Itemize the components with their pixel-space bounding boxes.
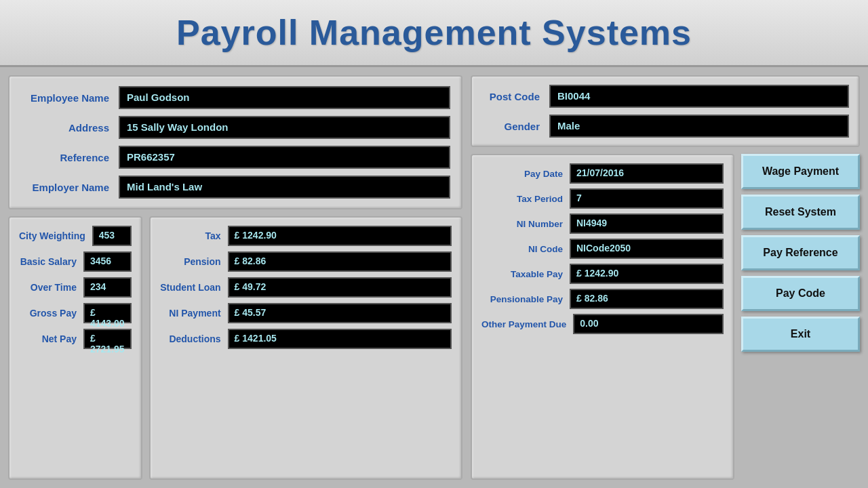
ni-code-row: NI Code NICode2050	[481, 239, 724, 259]
tax-period-row: Tax Period 7	[481, 188, 724, 209]
taxable-pay-input[interactable]: £ 1242.90	[570, 264, 724, 284]
pay-date-label: Pay Date	[481, 169, 570, 179]
pension-row: Pension £ 82.86	[160, 251, 452, 272]
basic-salary-row: Basic Salary 3456	[19, 251, 132, 272]
pay-reference-button[interactable]: Pay Reference	[741, 235, 860, 270]
left-panel: Employee Name Paul Godson Address 15 Sal…	[8, 75, 462, 480]
ni-payment-label: NI Payment	[160, 308, 228, 319]
employer-label: Employer Name	[20, 182, 119, 193]
pensionable-pay-row: Pensionable Pay £ 82.86	[481, 289, 724, 309]
student-loan-row: Student Loan £ 49.72	[160, 277, 452, 298]
pay-date-input[interactable]: 21/07/2016	[570, 163, 724, 184]
gross-pay-row: Gross Pay £ 4143.00	[19, 303, 132, 323]
page-title: Payroll Management Systems	[14, 12, 854, 53]
pension-label: Pension	[160, 256, 228, 267]
other-payment-label: Other Payment Due	[481, 319, 573, 329]
employee-info-box: Employee Name Paul Godson Address 15 Sal…	[8, 75, 462, 209]
postcode-label: Post Code	[481, 91, 549, 102]
reference-label: Reference	[20, 152, 119, 163]
tax-period-label: Tax Period	[481, 194, 570, 204]
app-container: Payroll Management Systems Employee Name…	[0, 0, 868, 488]
net-pay-row: Net Pay £ 2721.95	[19, 329, 132, 349]
ni-code-label: NI Code	[481, 244, 570, 254]
gender-input[interactable]: Male	[549, 115, 849, 138]
header: Payroll Management Systems	[0, 0, 868, 67]
exit-button[interactable]: Exit	[741, 317, 860, 352]
net-pay-input[interactable]: £ 2721.95	[83, 329, 132, 349]
deductions-total-label: Deductions	[160, 333, 228, 344]
over-time-input[interactable]: 234	[83, 277, 132, 298]
student-loan-label: Student Loan	[160, 282, 228, 293]
address-label: Address	[20, 122, 119, 134]
pay-code-button[interactable]: Pay Code	[741, 276, 860, 311]
ni-number-row: NI Number NI4949	[481, 214, 724, 234]
right-panel: Post Code BI0044 Gender Male Pay Date 21…	[471, 75, 860, 480]
basic-salary-label: Basic Salary	[19, 256, 83, 267]
ni-payment-input[interactable]: £ 45.57	[228, 303, 452, 323]
over-time-label: Over Time	[19, 282, 83, 293]
taxable-pay-row: Taxable Pay £ 1242.90	[481, 264, 724, 284]
gross-pay-input[interactable]: £ 4143.00	[83, 303, 132, 323]
main-content: Employee Name Paul Godson Address 15 Sal…	[0, 67, 868, 488]
bottom-left: City Weighting 453 Basic Salary 3456 Ove…	[8, 216, 462, 480]
pensionable-pay-input[interactable]: £ 82.86	[570, 289, 724, 309]
gender-row: Gender Male	[481, 115, 849, 138]
reference-input[interactable]: PR662357	[119, 146, 450, 169]
over-time-row: Over Time 234	[19, 277, 132, 298]
wage-payment-button[interactable]: Wage Payment	[741, 154, 860, 189]
pay-date-row: Pay Date 21/07/2016	[481, 163, 724, 184]
address-input[interactable]: 15 Sally Way London	[119, 116, 450, 139]
pension-input[interactable]: £ 82.86	[228, 251, 452, 272]
tax-input[interactable]: £ 1242.90	[228, 226, 452, 246]
employee-name-row: Employee Name Paul Godson	[20, 86, 450, 109]
postcode-input[interactable]: BI0044	[549, 85, 849, 108]
city-weighting-input[interactable]: 453	[92, 226, 132, 246]
student-loan-input[interactable]: £ 49.72	[228, 277, 452, 298]
deductions-total-input[interactable]: £ 1421.05	[228, 329, 452, 349]
net-pay-label: Net Pay	[19, 333, 83, 344]
ni-payment-row: NI Payment £ 45.57	[160, 303, 452, 323]
pay-info-box: Pay Date 21/07/2016 Tax Period 7 NI Numb…	[471, 154, 734, 480]
other-payment-row: Other Payment Due 0.00	[481, 314, 724, 334]
city-weighting-label: City Weighting	[19, 230, 92, 241]
deductions-total-row: Deductions £ 1421.05	[160, 329, 452, 349]
employer-row: Employer Name Mid Land's Law	[20, 176, 450, 199]
taxable-pay-label: Taxable Pay	[481, 269, 570, 279]
postcode-row: Post Code BI0044	[481, 85, 849, 108]
tax-label: Tax	[160, 230, 228, 241]
salary-box: City Weighting 453 Basic Salary 3456 Ove…	[8, 216, 142, 480]
ni-number-label: NI Number	[481, 219, 570, 229]
buttons-col: Wage Payment Reset System Pay Reference …	[741, 154, 860, 480]
employer-input[interactable]: Mid Land's Law	[119, 176, 450, 199]
employee-name-input[interactable]: Paul Godson	[119, 86, 450, 109]
reference-row: Reference PR662357	[20, 146, 450, 169]
gender-label: Gender	[481, 121, 549, 132]
reset-system-button[interactable]: Reset System	[741, 195, 860, 230]
other-payment-input[interactable]: 0.00	[573, 314, 724, 334]
ni-code-input[interactable]: NICode2050	[570, 239, 724, 259]
deductions-box: Tax £ 1242.90 Pension £ 82.86 Student Lo…	[149, 216, 462, 480]
ni-number-input[interactable]: NI4949	[570, 214, 724, 234]
city-weighting-row: City Weighting 453	[19, 226, 132, 246]
pensionable-pay-label: Pensionable Pay	[481, 294, 570, 304]
tax-period-input[interactable]: 7	[570, 188, 724, 209]
tax-row: Tax £ 1242.90	[160, 226, 452, 246]
basic-salary-input[interactable]: 3456	[83, 251, 132, 272]
postcode-gender-box: Post Code BI0044 Gender Male	[471, 75, 860, 147]
right-bottom: Pay Date 21/07/2016 Tax Period 7 NI Numb…	[471, 154, 860, 480]
gross-pay-label: Gross Pay	[19, 308, 83, 319]
address-row: Address 15 Sally Way London	[20, 116, 450, 139]
employee-name-label: Employee Name	[20, 92, 119, 104]
